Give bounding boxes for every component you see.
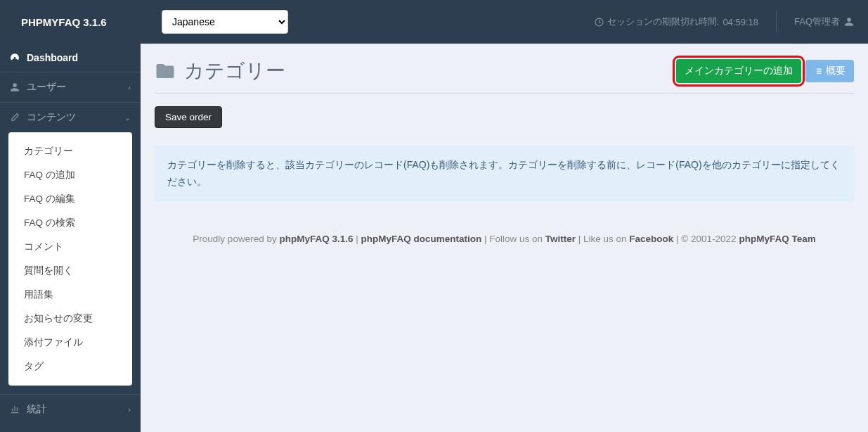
sidebar-label-stats: 統計 [27, 403, 46, 416]
chevron-down-icon: ⌄ [124, 113, 131, 122]
overview-label: 概要 [826, 65, 846, 77]
footer-team-link[interactable]: phpMyFAQ Team [739, 234, 815, 244]
footer-text: | © 2001-2022 [673, 234, 739, 244]
user-icon [844, 17, 854, 27]
subnav-search-faq[interactable]: FAQ の検索 [8, 211, 132, 235]
footer-text: | Like us on [576, 234, 629, 244]
overview-button[interactable]: 概要 [805, 60, 854, 82]
folder-icon [155, 61, 176, 82]
session-time: 04:59:18 [723, 17, 758, 27]
svg-point-1 [14, 57, 15, 58]
sidebar-item-users[interactable]: ユーザー › [0, 72, 141, 102]
page-title: カテゴリー [184, 58, 285, 84]
subnav-add-faq[interactable]: FAQ の追加 [8, 163, 132, 187]
header-divider [776, 11, 777, 32]
stats-icon [10, 405, 20, 414]
page-title-wrap: カテゴリー [155, 58, 285, 84]
dashboard-icon [10, 53, 20, 63]
user-icon [10, 82, 20, 92]
footer-facebook-link[interactable]: Facebook [629, 234, 673, 244]
subnav-news[interactable]: お知らせの変更 [8, 307, 132, 331]
footer-twitter-link[interactable]: Twitter [545, 234, 576, 244]
subnav-comments[interactable]: コメント [8, 235, 132, 259]
subnav-glossary[interactable]: 用語集 [8, 283, 132, 307]
sidebar-item-content[interactable]: コンテンツ ⌄ [0, 102, 141, 132]
sidebar-item-dashboard[interactable]: Dashboard [0, 44, 141, 72]
info-alert: カテゴリーを削除すると、該当カテゴリーのレコード(FAQ)も削除されます。カテゴ… [155, 146, 854, 202]
footer: Proudly powered by phpMyFAQ 3.1.6 | phpM… [155, 234, 854, 244]
footer-product: phpMyFAQ 3.1.6 [279, 234, 353, 244]
content-submenu: カテゴリー FAQ の追加 FAQ の編集 FAQ の検索 コメント 質問を開く… [8, 132, 132, 386]
footer-text: | Follow us on [481, 234, 545, 244]
chevron-right-icon: › [128, 405, 131, 414]
user-label: FAQ管理者 [794, 15, 840, 28]
sidebar-label-dashboard: Dashboard [27, 52, 78, 63]
subnav-edit-faq[interactable]: FAQ の編集 [8, 187, 132, 211]
sidebar-label-users: ユーザー [27, 81, 66, 94]
add-main-category-button[interactable]: メインカテゴリーの追加 [676, 59, 801, 83]
edit-icon [10, 113, 20, 122]
sidebar-label-content: コンテンツ [27, 111, 76, 124]
subnav-attachments[interactable]: 添付ファイル [8, 331, 132, 355]
clock-icon [595, 18, 604, 27]
save-order-button[interactable]: Save order [155, 106, 222, 128]
chevron-right-icon: › [128, 83, 131, 91]
footer-text: Proudly powered by [193, 234, 279, 244]
footer-doc-link[interactable]: phpMyFAQ documentation [361, 234, 481, 244]
session-label: セッションの期限切れ時間: [607, 15, 720, 28]
app-brand: PHPMYFAQ 3.1.6 [0, 16, 141, 28]
list-icon [814, 67, 822, 75]
subnav-tags[interactable]: タグ [8, 355, 132, 379]
language-select[interactable]: Japanese [162, 10, 288, 34]
sidebar-item-stats[interactable]: 統計 › [0, 394, 141, 424]
user-menu[interactable]: FAQ管理者 [794, 15, 854, 28]
footer-sep: | [353, 234, 361, 244]
subnav-open-questions[interactable]: 質問を開く [8, 259, 132, 283]
session-info: セッションの期限切れ時間: 04:59:18 [595, 15, 758, 28]
subnav-category[interactable]: カテゴリー [8, 139, 132, 163]
